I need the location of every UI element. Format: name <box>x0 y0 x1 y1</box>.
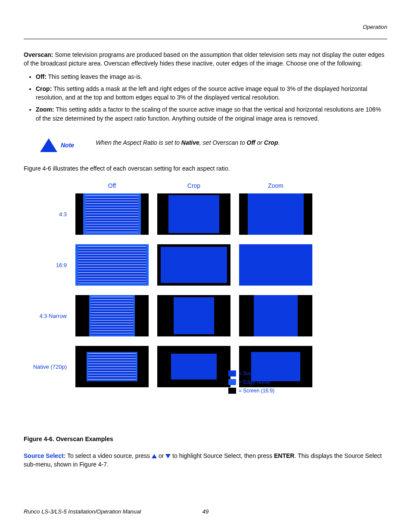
overscan-label: Overscan: <box>24 51 53 58</box>
screen-43-crop <box>157 193 230 235</box>
screen-43n-off <box>75 295 149 336</box>
zoom-label: Zoom: <box>36 106 54 113</box>
diagram-row-4-3: 4:3 <box>32 193 387 235</box>
note-triangle-icon <box>40 138 57 152</box>
ss-enter: ENTER <box>274 452 294 459</box>
note-native: Native <box>181 139 199 146</box>
diagram-row-16-9: 16:9 <box>32 244 387 286</box>
legend-noise-text: = Edge Noise <box>239 379 270 385</box>
legend-image-text: = Source Image Area <box>239 370 287 376</box>
swatch-image-icon <box>228 370 236 376</box>
arrow-up-icon <box>152 454 157 458</box>
arrow-down-icon <box>165 454 171 458</box>
diagram-col-headers: Off Crop Zoom <box>32 182 387 189</box>
overscan-paragraph: Overscan: Some television programs are p… <box>24 50 387 68</box>
ss-t3: to highlight Source Select, then press <box>171 452 274 459</box>
list-item-zoom: Zoom: This setting adds a factor to the … <box>36 105 387 123</box>
col-crop: Crop <box>157 182 230 189</box>
note-mid: , set Overscan to <box>199 139 247 146</box>
figure-intro: Figure 4-6 illustrates the effect of eac… <box>24 164 387 173</box>
page-footer: Runco LS-3/LS-5 Installation/Operation M… <box>24 508 387 515</box>
screen-nat-off <box>75 346 149 387</box>
off-label: Off: <box>36 73 47 80</box>
screen-43-zoom <box>239 193 312 235</box>
note-crop: Crop <box>264 139 278 146</box>
crop-label: Crop: <box>36 85 52 92</box>
overscan-diagram: Off Crop Zoom 4:3 16:9 <box>24 182 387 387</box>
note-word: Note <box>61 142 74 149</box>
zoom-text: This setting adds a factor to the scalin… <box>36 106 381 121</box>
screen-169-off <box>75 244 149 286</box>
diagram-row-4-3-narrow: 4:3 Narrow <box>32 295 387 336</box>
row-label-4-3-narrow: 4:3 Narrow <box>32 313 67 319</box>
diagram-row-native: Native (720p) <box>32 346 387 387</box>
overscan-desc: Some television programs are produced ba… <box>24 51 384 67</box>
screen-43n-crop <box>157 295 230 336</box>
note-pre: When the Aspect Ratio is set to <box>96 139 181 146</box>
figure-caption: Figure 4-6. Overscan Examples <box>24 435 387 443</box>
legend-screen-text: = Screen (16:9) <box>239 388 274 394</box>
off-text: This setting leaves the image as-is. <box>47 73 142 80</box>
source-select-label: Source Select: <box>24 452 65 459</box>
note-off: Off <box>247 139 255 146</box>
note-or: or <box>255 139 264 146</box>
footer-doc-title: Runco LS-3/LS-5 Installation/Operation M… <box>24 508 141 515</box>
col-off: Off <box>75 182 149 189</box>
screen-43n-zoom <box>239 295 312 336</box>
list-item-off: Off: This setting leaves the image as-is… <box>36 72 387 81</box>
note-text: When the Aspect Ratio is set to Native, … <box>96 139 280 146</box>
legend-item-screen: = Screen (16:9) <box>228 388 287 394</box>
col-zoom: Zoom <box>239 182 312 189</box>
legend-item-noise: = Edge Noise <box>228 379 287 385</box>
row-label-native: Native (720p) <box>32 364 67 370</box>
screen-169-zoom <box>239 244 312 286</box>
legend-item-image: = Source Image Area <box>228 370 287 376</box>
page-number: 49 <box>202 508 209 515</box>
source-select-paragraph: Source Select: To select a video source,… <box>24 451 387 469</box>
note-block: Note When the Aspect Ratio is set to Nat… <box>40 138 387 152</box>
screen-169-crop <box>157 244 230 286</box>
crop-text: This setting adds a mask at the left and… <box>36 85 367 101</box>
section-header: Operation <box>24 24 387 30</box>
header-rule <box>24 39 387 39</box>
screen-43-off <box>75 193 149 235</box>
diagram-legend: = Source Image Area = Edge Noise = Scree… <box>228 370 287 396</box>
overscan-list: Off: This setting leaves the image as-is… <box>24 72 387 123</box>
row-label-16-9: 16:9 <box>32 262 67 268</box>
ss-t2: or <box>157 452 165 459</box>
ss-t1: To select a video source, press <box>65 452 152 459</box>
list-item-crop: Crop: This setting adds a mask at the le… <box>36 84 387 102</box>
swatch-noise-icon <box>228 379 236 385</box>
screen-nat-crop <box>157 346 230 387</box>
swatch-screen-icon <box>228 388 236 394</box>
row-label-4-3: 4:3 <box>32 211 67 218</box>
note-end: . <box>278 139 280 146</box>
